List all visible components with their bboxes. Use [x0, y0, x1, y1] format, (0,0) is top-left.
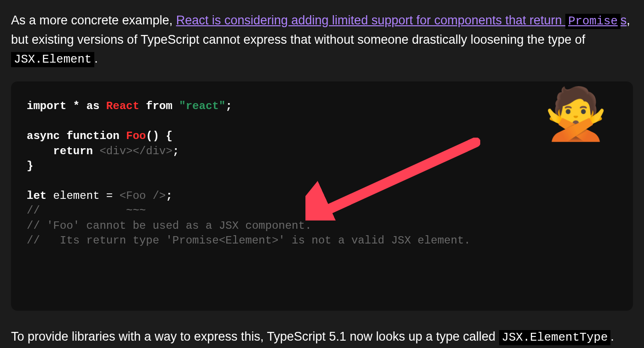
code-token [27, 145, 53, 157]
code-token: ; [172, 145, 179, 157]
code-token [120, 130, 126, 142]
code-token: async function [27, 130, 120, 142]
code-token: let [27, 190, 46, 202]
inline-code-jsx-element: JSX.Element [11, 52, 94, 67]
code-token: element = [46, 190, 119, 202]
code-comment: // Its return type 'Promise<Element>' is… [27, 234, 471, 247]
inline-code-promise: Promise [565, 14, 621, 29]
paragraph-followup: To provide libraries with a way to expre… [11, 327, 633, 348]
code-token: import [27, 100, 66, 112]
code-example: import * as React from "react"; async fu… [11, 81, 633, 310]
code-token: Foo [126, 130, 146, 142]
code-comment: // 'Foo' cannot be used as a JSX compone… [27, 220, 311, 232]
link-text: React is considering adding limited supp… [176, 13, 565, 27]
code-token: as [86, 100, 100, 112]
text-run: To provide libraries with a way to expre… [11, 330, 499, 343]
react-rfc-link[interactable]: React is considering adding limited supp… [176, 13, 627, 27]
code-token: () { [146, 130, 172, 142]
code-token: "react" [179, 100, 225, 112]
code-token: } [27, 160, 33, 172]
text-run: As a more concrete example, [11, 13, 176, 27]
code-token [99, 100, 106, 112]
article-fragment: As a more concrete example, React is con… [0, 0, 644, 348]
text-run: . [94, 52, 98, 65]
code-token [172, 100, 179, 112]
code-token [93, 145, 99, 157]
code-token [139, 100, 146, 112]
code-token: ; [225, 100, 232, 112]
code-token: from [146, 100, 172, 112]
code-comment: // ~~~ [27, 204, 146, 217]
text-run: . [610, 330, 614, 343]
paragraph-intro: As a more concrete example, React is con… [11, 11, 633, 69]
code-token: <div></div> [99, 145, 172, 157]
inline-code-jsx-elementtype: JSX.ElementType [499, 330, 611, 345]
code-token: <Foo /> [120, 190, 166, 202]
code-token: return [53, 145, 93, 157]
code-token: ; [166, 190, 172, 202]
no-gesture-emoji-icon: 🙅 [544, 93, 607, 143]
link-text: s [621, 13, 627, 27]
code-token: * [66, 100, 86, 112]
svg-line-0 [319, 142, 476, 214]
code-token: React [106, 100, 139, 112]
arrow-annotation-icon [305, 138, 480, 220]
